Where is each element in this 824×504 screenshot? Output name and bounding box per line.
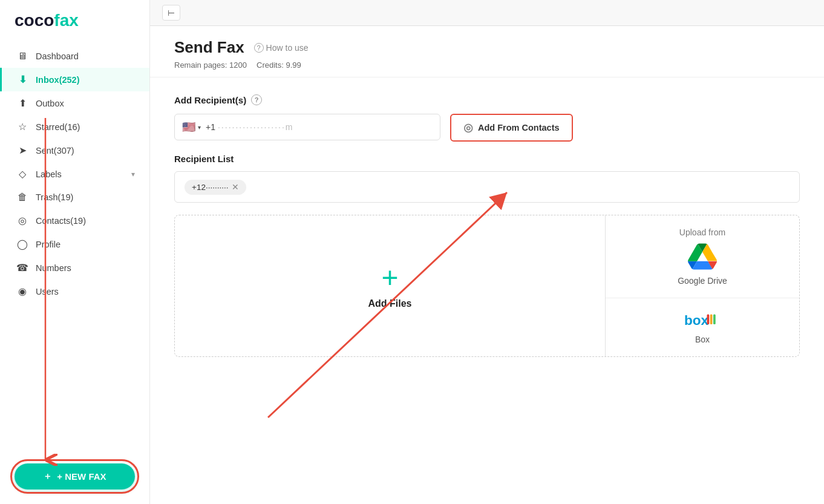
google-drive-label: Google Drive	[678, 276, 727, 286]
recipient-tag: +12·········· ✕	[185, 180, 246, 195]
remove-recipient-button[interactable]: ✕	[232, 183, 239, 191]
recipient-list-section: Recipient List +12·········· ✕	[174, 154, 800, 203]
sidebar-item-label: Dashboard	[36, 51, 79, 61]
box-upload-option[interactable]: box Box	[606, 298, 799, 356]
contacts-icon: ◎	[16, 215, 28, 226]
phone-input-wrapper[interactable]: 🇺🇸 ▾ +1	[174, 114, 440, 140]
add-recipients-label: Add Recipient(s) ?	[174, 94, 800, 105]
svg-rect-4	[713, 314, 716, 324]
outbox-icon: ⬆	[16, 97, 28, 109]
recipient-list-box: +12·········· ✕	[174, 171, 800, 203]
new-fax-button[interactable]: ＋ + NEW FAX	[15, 463, 135, 489]
add-files-label: Add Files	[368, 298, 411, 309]
upload-options: Upload from Google Drive	[606, 215, 799, 356]
help-icon[interactable]: ?	[251, 94, 262, 105]
profile-icon: ◯	[16, 238, 28, 250]
credits: Credits: 9.99	[257, 61, 301, 70]
monitor-icon: 🖥	[16, 51, 28, 62]
sidebar-item-outbox[interactable]: ⬆ Outbox	[0, 91, 149, 115]
plus-large-icon: +	[381, 263, 398, 292]
phone-prefix: +1	[206, 122, 215, 132]
inbox-icon: ⬇	[16, 74, 28, 85]
sidebar-item-trash[interactable]: 🗑 Trash(19)	[0, 186, 149, 209]
sidebar-item-label: Outbox	[36, 99, 64, 108]
svg-rect-3	[710, 314, 713, 324]
phone-number-input[interactable]	[218, 122, 433, 132]
sidebar-item-label: Starred(16)	[36, 122, 80, 132]
sidebar-item-profile[interactable]: ◯ Profile	[0, 232, 149, 256]
sidebar-bottom: ＋ + NEW FAX	[0, 454, 149, 504]
svg-text:box: box	[684, 313, 708, 328]
sidebar-item-starred[interactable]: ☆ Starred(16)	[0, 115, 149, 139]
sidebar-item-label: Numbers	[36, 263, 71, 273]
recipient-number: +12··········	[192, 183, 228, 192]
how-to-use-link[interactable]: ? How to use	[254, 43, 309, 53]
page-meta: Remain pages: 1200 Credits: 9.99	[174, 61, 800, 70]
new-fax-label: + NEW FAX	[57, 471, 106, 482]
sidebar-item-inbox[interactable]: ⬇ Inbox(252)	[0, 68, 149, 91]
box-label: Box	[695, 335, 710, 344]
upload-from-label: Upload from	[679, 227, 725, 237]
flag-chevron-icon: ▾	[198, 124, 201, 131]
contact-person-icon: ◎	[463, 121, 473, 134]
sidebar-item-dashboard[interactable]: 🖥 Dashboard	[0, 45, 149, 68]
sidebar-item-label: Sent(307)	[36, 146, 74, 155]
us-flag: 🇺🇸	[182, 120, 195, 134]
page-header: Send Fax ? How to use Remain pages: 1200…	[150, 26, 824, 77]
sidebar-item-label: Profile	[36, 240, 60, 249]
google-drive-icon	[688, 242, 717, 271]
sidebar-item-label: Labels	[36, 169, 62, 179]
chevron-down-icon: ▾	[131, 170, 135, 178]
sidebar-item-label: Contacts(19)	[36, 216, 86, 226]
content-area: Add Recipient(s) ? 🇺🇸 ▾ +1 ◎ Add From Co…	[150, 77, 824, 504]
box-icon: box	[684, 310, 721, 330]
sidebar-item-label: Trash(19)	[36, 192, 73, 202]
recipient-list-label: Recipient List	[174, 154, 800, 164]
logo: cocofax	[0, 0, 149, 40]
file-upload-area: + Add Files Upload from	[174, 215, 800, 357]
sidebar-item-sent[interactable]: ➤ Sent(307)	[0, 139, 149, 162]
sent-icon: ➤	[16, 145, 28, 156]
sidebar-nav: 🖥 Dashboard ⬇ Inbox(252) ⬆ Outbox ☆ Star…	[0, 40, 149, 454]
star-icon: ☆	[16, 121, 28, 133]
sidebar-item-contacts[interactable]: ◎ Contacts(19)	[0, 209, 149, 232]
users-icon: ◉	[16, 286, 28, 297]
question-circle-icon: ?	[254, 43, 264, 53]
sidebar-item-label: Users	[36, 287, 59, 296]
google-drive-upload-option[interactable]: Upload from Google Drive	[606, 215, 799, 298]
labels-icon: ◇	[16, 168, 28, 180]
svg-rect-2	[707, 314, 710, 324]
sidebar-item-labels[interactable]: ◇ Labels ▾	[0, 162, 149, 186]
sidebar-item-numbers[interactable]: ☎ Numbers	[0, 256, 149, 280]
sidebar-item-users[interactable]: ◉ Users	[0, 280, 149, 303]
main-wrapper: ⊢ Send Fax ? How to use Remain pages: 12…	[150, 0, 824, 504]
recipient-input-row: 🇺🇸 ▾ +1 ◎ Add From Contacts	[174, 114, 800, 142]
add-files-button[interactable]: + Add Files	[175, 215, 606, 356]
sidebar: cocofax 🖥 Dashboard ⬇ Inbox(252) ⬆ Outbo…	[0, 0, 150, 504]
main-content: ⊢ Send Fax ? How to use Remain pages: 12…	[150, 0, 824, 504]
logo-part1: coco	[15, 11, 54, 30]
sidebar-collapse-button[interactable]: ⊢	[162, 5, 180, 21]
plus-icon: ＋	[43, 471, 52, 482]
collapse-icon: ⊢	[168, 8, 175, 18]
trash-icon: 🗑	[16, 192, 28, 203]
logo-part2: fax	[54, 11, 78, 30]
add-from-contacts-button[interactable]: ◎ Add From Contacts	[450, 114, 573, 142]
country-selector[interactable]: 🇺🇸 ▾	[182, 120, 201, 134]
remain-pages: Remain pages: 1200	[174, 61, 247, 70]
page-title: Send Fax	[174, 38, 244, 57]
sidebar-item-label: Inbox(252)	[36, 75, 80, 85]
phone-icon: ☎	[16, 262, 28, 273]
topbar: ⊢	[150, 0, 824, 26]
